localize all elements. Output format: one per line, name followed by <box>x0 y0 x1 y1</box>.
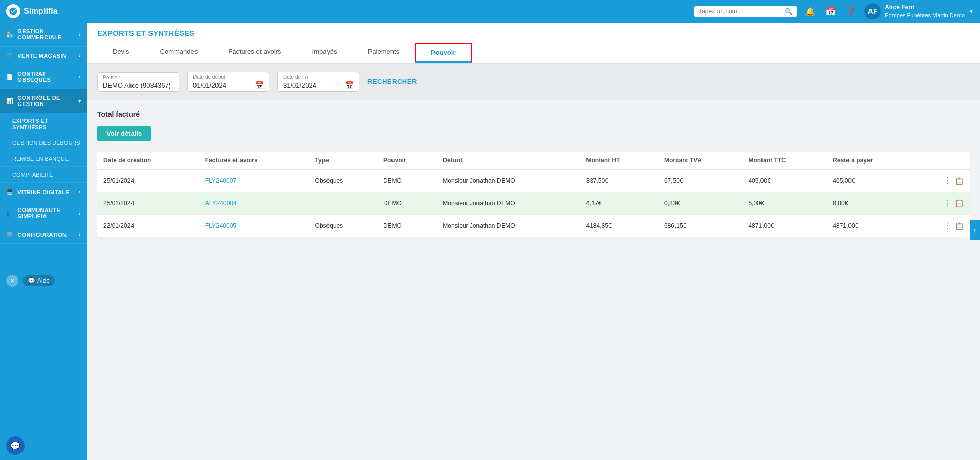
table-cell: 0,00€ <box>826 192 915 215</box>
sidebar-item-remise-banque[interactable]: REMISE EN BANQUE <box>0 151 87 167</box>
table-cell: 405,00€ <box>742 170 826 192</box>
tab-pouvoir[interactable]: Pouvoir <box>415 43 472 63</box>
table-cell: DEMO <box>377 215 437 237</box>
col-defunt: Défunt <box>437 152 580 170</box>
pouvoir-filter[interactable]: Pouvoir DEMO Alice (9034367) <box>97 72 179 92</box>
help-nav-icon[interactable]: ❓ <box>844 5 858 18</box>
tab-commandes[interactable]: Commandes <box>145 43 213 63</box>
sidebar: 🏪 GESTION COMMERCIALE › 🛒 VENTE MAGASIN … <box>0 23 87 460</box>
col-actions <box>915 152 970 170</box>
collapse-arrow[interactable]: ‹ <box>970 220 980 240</box>
chevron-down-icon: ▾ <box>78 98 81 104</box>
calendar-end-icon[interactable]: 📅 <box>345 81 354 89</box>
table-cell: 0,83€ <box>658 192 743 215</box>
help-label: Aide <box>37 277 50 284</box>
sidebar-item-vente-magasin[interactable]: 🛒 VENTE MAGASIN › <box>0 47 87 65</box>
pouvoir-filter-value: DEMO Alice (9034367) <box>103 81 173 89</box>
sidebar-label: CONFIGURATION <box>17 232 67 238</box>
section-title: Total facturé <box>97 110 970 118</box>
sidebar-item-gestion-debours[interactable]: GESTION DES DÉBOURS <box>0 135 87 151</box>
chevron-icon: › <box>79 189 81 195</box>
sidebar-item-vitrine-digitale[interactable]: 🖥️ VITRINE DIGITALE › <box>0 183 87 201</box>
sidebar-label: CONTRÔLE DE GESTION <box>17 95 78 107</box>
user-company: Pompes Funèbres Martin Demo <box>885 12 965 19</box>
sidebar-label: GESTION DES DÉBOURS <box>12 140 80 146</box>
table-cell: FLY240007 <box>199 170 309 192</box>
col-reste-payer: Reste à payer <box>826 152 915 170</box>
user-menu[interactable]: AF Alice Ferri Pompes Funèbres Martin De… <box>864 3 974 19</box>
file-icon: 📄 <box>6 74 13 80</box>
help-button[interactable]: 💬 Aide <box>23 275 55 286</box>
sidebar-item-communaute[interactable]: 👥 COMMUNAUTÉ SIMPLIFIA › <box>0 201 87 225</box>
sidebar-item-configuration[interactable]: ⚙️ CONFIGURATION › <box>0 225 87 244</box>
table-cell: 25/01/2024 <box>97 170 199 192</box>
chevron-icon: › <box>79 211 81 216</box>
chat-button[interactable]: 💬 <box>6 436 25 455</box>
col-type: Type <box>309 152 377 170</box>
table-cell: DEMO <box>377 170 437 192</box>
page-title: EXPORTS ET SYNTHÈSES <box>97 29 970 37</box>
rechercher-button[interactable]: RECHERCHER <box>367 78 417 86</box>
top-navbar: Simplifia 🔍 🔔 📅 ❓ AF Alice Ferri Pompes … <box>0 0 980 23</box>
notifications-icon[interactable]: 🔔 <box>803 5 817 18</box>
page-body: Total facturé Voir détails Date de créat… <box>87 100 980 460</box>
search-input[interactable] <box>699 8 781 15</box>
sidebar-item-comptabilite[interactable]: COMPTABILITÉ <box>0 167 87 183</box>
date-debut-filter[interactable]: Date de début 01/01/2024 📅 <box>187 72 269 92</box>
row-menu-button[interactable]: ⋮ <box>944 198 952 208</box>
table-actions-cell: ⋮ 📋 <box>915 192 970 215</box>
logo-icon <box>6 4 20 18</box>
date-fin-filter[interactable]: Date de fin 31/01/2024 📅 <box>277 72 359 92</box>
tab-impayes[interactable]: Impayés <box>297 43 353 63</box>
table-cell: Monsieur Jonathan DEMO <box>437 170 580 192</box>
table-cell: 405,00€ <box>826 170 915 192</box>
search-box[interactable]: 🔍 <box>694 6 797 17</box>
table-actions-cell: ⋮ 📋 <box>915 215 970 237</box>
calendar-nav-icon[interactable]: 📅 <box>823 5 838 18</box>
app-name: Simplifia <box>24 7 58 16</box>
table-cell: 4871,00€ <box>742 215 826 237</box>
monitor-icon: 🖥️ <box>6 189 13 195</box>
table-cell: 4871,00€ <box>826 215 915 237</box>
sidebar-label: VITRINE DIGITALE <box>17 189 70 195</box>
help-close-button[interactable]: ✕ <box>6 275 18 287</box>
filters-bar: Pouvoir DEMO Alice (9034367) Date de déb… <box>87 64 980 100</box>
sidebar-item-controle-gestion[interactable]: 📊 CONTRÔLE DE GESTION ▾ <box>0 89 87 113</box>
row-copy-button[interactable]: 📋 <box>955 199 964 207</box>
chat-icon: 💬 <box>10 441 20 451</box>
col-montant-ttc: Montant TTC <box>742 152 826 170</box>
tab-devis[interactable]: Devis <box>97 43 145 63</box>
sidebar-item-exports-syntheses[interactable]: EXPORTS ET SYNTHÈSES <box>0 113 87 135</box>
row-menu-button[interactable]: ⋮ <box>944 176 952 185</box>
row-copy-button[interactable]: 📋 <box>955 222 964 230</box>
pouvoir-filter-label: Pouvoir <box>103 75 173 80</box>
sidebar-label: VENTE MAGASIN <box>17 53 67 59</box>
help-icon: 💬 <box>28 277 35 284</box>
sidebar-item-gestion-commerciale[interactable]: 🏪 GESTION COMMERCIALE › <box>0 23 87 47</box>
user-dropdown-icon: ▼ <box>969 9 974 14</box>
table-cell: 25/01/2024 <box>97 192 199 215</box>
table-cell: 5,00€ <box>742 192 826 215</box>
table-cell: 337,50€ <box>580 170 658 192</box>
row-copy-button[interactable]: 📋 <box>955 177 964 185</box>
chevron-icon: › <box>79 74 81 80</box>
app-body: 🏪 GESTION COMMERCIALE › 🛒 VENTE MAGASIN … <box>0 23 980 460</box>
table-actions-cell: ⋮ 📋 <box>915 170 970 192</box>
chart-icon: 📊 <box>6 98 13 104</box>
table-row: 25/01/2024FLY240007ObsèquesDEMOMonsieur … <box>97 170 970 192</box>
data-table: Date de création Factures et avoirs Type… <box>97 152 970 237</box>
row-menu-button[interactable]: ⋮ <box>944 221 952 231</box>
chevron-icon: › <box>79 232 81 237</box>
sidebar-item-contrat-obseques[interactable]: 📄 CONTRAT OBSÈQUES › <box>0 65 87 89</box>
col-factures: Factures et avoirs <box>199 152 309 170</box>
tab-paiements[interactable]: Paiements <box>353 43 415 63</box>
table-cell: Obsèques <box>309 170 377 192</box>
table-cell: Monsieur Jonathan DEMO <box>437 215 580 237</box>
calendar-start-icon[interactable]: 📅 <box>255 81 264 89</box>
page-header: EXPORTS ET SYNTHÈSES Devis Commandes Fac… <box>87 23 980 64</box>
voir-details-button[interactable]: Voir détails <box>97 126 151 141</box>
table-cell: FLY240005 <box>199 215 309 237</box>
tab-factures-avoirs[interactable]: Factures et avoirs <box>213 43 296 63</box>
date-debut-label: Date de début <box>193 74 264 80</box>
col-montant-ht: Montant HT <box>580 152 658 170</box>
